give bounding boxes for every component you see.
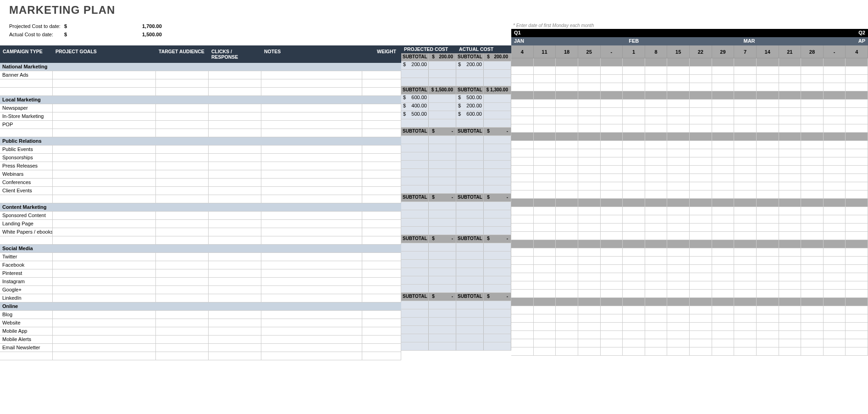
timeline-cell[interactable] [734, 306, 757, 314]
timeline-cell[interactable] [690, 83, 712, 91]
timeline-cell[interactable] [578, 100, 601, 107]
timeline-cell[interactable] [578, 75, 601, 83]
timeline-cell[interactable] [757, 75, 779, 83]
timeline-cell[interactable] [534, 248, 556, 256]
cost-value[interactable] [484, 103, 511, 111]
timeline-cell[interactable] [645, 100, 668, 107]
timeline-cell[interactable] [824, 273, 846, 281]
cell[interactable] [209, 228, 261, 236]
timeline-cell[interactable] [801, 133, 824, 140]
item-row[interactable]: Facebook [0, 261, 401, 269]
cell[interactable] [362, 269, 401, 277]
timeline-cell[interactable] [623, 108, 645, 116]
timeline-cell[interactable] [801, 157, 824, 165]
timeline-cell[interactable] [556, 124, 578, 132]
cell[interactable] [53, 154, 156, 162]
cell[interactable] [209, 170, 261, 178]
cost-curr[interactable] [401, 202, 429, 210]
timeline-cell[interactable] [601, 331, 623, 339]
timeline-cell[interactable] [824, 149, 846, 157]
cost-value[interactable] [429, 177, 456, 185]
timeline-cell[interactable] [846, 58, 868, 66]
item-row[interactable]: Mobile Alerts [0, 336, 401, 344]
cost-curr[interactable]: $500.00 [456, 95, 484, 102]
timeline-cell[interactable] [801, 306, 824, 314]
cell[interactable] [209, 319, 261, 327]
timeline-cell[interactable] [824, 240, 846, 248]
timeline-cell[interactable] [601, 190, 623, 198]
timeline-cell[interactable] [779, 83, 802, 91]
cell[interactable] [362, 71, 401, 79]
timeline-cell[interactable] [779, 174, 802, 182]
subtotal-label[interactable]: SUBTOTAL [456, 128, 484, 135]
timeline-cell[interactable] [601, 306, 623, 314]
timeline-cell[interactable] [534, 298, 556, 306]
timeline-cell[interactable] [824, 75, 846, 83]
timeline-cell[interactable] [779, 240, 802, 248]
cost-value[interactable] [484, 210, 511, 218]
cost-value[interactable] [429, 285, 456, 292]
timeline-cell[interactable] [511, 331, 534, 339]
timeline-cell[interactable] [556, 67, 578, 74]
timeline-cell[interactable] [534, 224, 556, 231]
timeline-cell[interactable] [645, 347, 668, 355]
timeline-cell[interactable] [757, 232, 779, 240]
cell[interactable] [261, 195, 362, 203]
timeline-cell[interactable] [511, 290, 534, 297]
cell[interactable] [209, 302, 261, 310]
timeline-cell[interactable] [712, 290, 735, 297]
cell[interactable] [209, 327, 261, 335]
timeline-cell[interactable] [757, 347, 779, 355]
cost-value[interactable] [429, 252, 456, 259]
timeline-cell[interactable] [534, 108, 556, 116]
timeline-cell[interactable] [578, 58, 601, 66]
timeline-cell[interactable] [779, 116, 802, 124]
timeline-cell[interactable] [601, 347, 623, 355]
cost-value[interactable]: $200.00 [429, 53, 456, 61]
timeline-cell[interactable] [801, 174, 824, 182]
cell[interactable] [156, 121, 209, 129]
cell[interactable] [261, 228, 362, 236]
cost-curr[interactable] [401, 152, 429, 160]
timeline-cell[interactable] [824, 224, 846, 231]
cost-curr[interactable] [456, 185, 484, 193]
subtotal-label[interactable]: SUBTOTAL [456, 235, 484, 243]
cost-value[interactable] [484, 318, 511, 325]
timeline-cell[interactable] [779, 314, 802, 322]
timeline-cell[interactable] [779, 248, 802, 256]
cost-curr[interactable] [456, 144, 484, 152]
timeline-cell[interactable] [779, 149, 802, 157]
cost-value[interactable] [484, 342, 511, 350]
timeline-cell[interactable] [578, 240, 601, 248]
timeline-cell[interactable] [601, 141, 623, 149]
timeline-cell[interactable] [556, 265, 578, 273]
cell[interactable] [362, 79, 401, 87]
timeline-cell[interactable] [534, 100, 556, 107]
timeline-cell[interactable] [757, 306, 779, 314]
cost-value[interactable] [429, 119, 456, 127]
cost-value[interactable] [429, 111, 456, 119]
timeline-cell[interactable] [712, 190, 735, 198]
cost-value[interactable]: $- [429, 194, 456, 201]
cell[interactable] [362, 145, 401, 153]
cost-curr[interactable] [401, 210, 429, 218]
timeline-cell[interactable] [757, 157, 779, 165]
timeline-cell[interactable] [734, 207, 757, 215]
cost-curr[interactable]: $200.00 [456, 62, 484, 69]
timeline-cell[interactable] [601, 75, 623, 83]
timeline-cell[interactable] [601, 157, 623, 165]
timeline-cell[interactable] [623, 265, 645, 273]
cell[interactable] [209, 195, 261, 203]
cost-curr[interactable] [401, 334, 429, 342]
cost-curr[interactable] [456, 334, 484, 342]
cell[interactable]: Mobile Alerts [0, 336, 53, 343]
timeline-cell[interactable] [667, 298, 690, 306]
cost-curr[interactable] [456, 301, 484, 309]
section-row[interactable]: National Marketing [0, 63, 401, 71]
timeline-cell[interactable] [623, 273, 645, 281]
timeline-cell[interactable] [534, 166, 556, 173]
timeline-cell[interactable] [846, 314, 868, 322]
timeline-cell[interactable] [601, 124, 623, 132]
cell[interactable] [209, 269, 261, 277]
timeline-cell[interactable] [779, 58, 802, 66]
